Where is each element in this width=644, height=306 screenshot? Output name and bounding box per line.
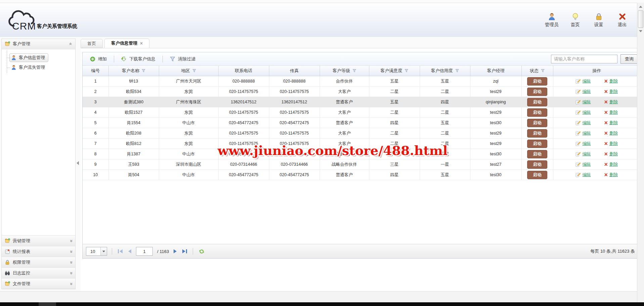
filter-icon[interactable]: [455, 69, 459, 73]
prev-page-button[interactable]: [127, 248, 132, 255]
edit-label[interactable]: 编辑: [582, 79, 591, 84]
scroll-down-icon[interactable]: [639, 30, 642, 32]
edit-label[interactable]: 编辑: [582, 120, 591, 126]
delete-link[interactable]: 删除: [604, 109, 618, 115]
edit-label[interactable]: 编辑: [582, 141, 591, 147]
vertical-scrollbar[interactable]: [637, 3, 644, 306]
status-button[interactable]: 启动: [527, 171, 547, 179]
col-header-phone[interactable]: 联系电话: [218, 66, 269, 76]
delete-link[interactable]: 删除: [604, 130, 618, 136]
status-button[interactable]: 启动: [527, 160, 547, 169]
edit-link[interactable]: 编辑: [576, 141, 591, 147]
first-page-button[interactable]: [117, 248, 124, 255]
expand-chevron-icon[interactable]: [68, 261, 73, 264]
delete-label[interactable]: 删除: [609, 99, 618, 105]
delete-link[interactable]: 删除: [604, 151, 618, 157]
delete-link[interactable]: 删除: [604, 161, 618, 167]
filter-icon[interactable]: [353, 69, 356, 73]
filter-icon[interactable]: [541, 69, 545, 73]
sidebar-panel-permissions[interactable]: 权限管理: [2, 257, 75, 267]
sidebar-panel-logs[interactable]: 日志监控: [2, 267, 75, 278]
edit-label[interactable]: 编辑: [582, 172, 591, 178]
next-page-button[interactable]: [173, 248, 178, 255]
expand-chevron-icon[interactable]: [68, 272, 73, 274]
download-button[interactable]: 下载客户信息: [119, 55, 157, 63]
sidebar-panel-marketing[interactable]: 营销管理: [2, 235, 75, 246]
table-row[interactable]: 10 肖504 中山市 020-454772475 020-454772475 …: [83, 170, 640, 180]
status-button[interactable]: 启动: [527, 88, 547, 96]
status-button[interactable]: 启动: [527, 140, 547, 148]
sidebar-item-customer-info[interactable]: 客户信息管理: [9, 53, 48, 62]
edit-link[interactable]: 编辑: [576, 120, 591, 126]
table-row[interactable]: 3 秦测试380 广州市海珠区 13620147512 13620147512 …: [83, 97, 640, 107]
delete-label[interactable]: 删除: [609, 120, 618, 126]
sidebar-panel-files[interactable]: 文件管理: [2, 278, 75, 289]
add-button[interactable]: 增加: [88, 55, 109, 63]
chevron-down-icon[interactable]: [100, 247, 107, 255]
table-row[interactable]: 5 肖1554 中山市 020-454772475 020-454772475 …: [83, 118, 640, 128]
edit-label[interactable]: 编辑: [582, 162, 591, 167]
filter-icon[interactable]: [192, 69, 196, 73]
filter-icon[interactable]: [142, 69, 145, 73]
tab-close-icon[interactable]: [140, 41, 143, 46]
page-size-select[interactable]: 10: [86, 247, 107, 256]
edit-link[interactable]: 编辑: [576, 89, 591, 95]
sidebar-collapse-handle[interactable]: [77, 161, 79, 165]
status-button[interactable]: 启动: [527, 108, 547, 117]
edit-label[interactable]: 编辑: [582, 151, 591, 157]
scrollbar-thumb[interactable]: [638, 10, 643, 28]
delete-label[interactable]: 删除: [609, 110, 618, 115]
last-page-button[interactable]: [181, 248, 188, 255]
status-button[interactable]: 启动: [527, 77, 547, 86]
edit-link[interactable]: 编辑: [576, 99, 591, 105]
status-button[interactable]: 启动: [527, 150, 547, 158]
edit-link[interactable]: 编辑: [576, 131, 591, 136]
edit-link[interactable]: 编辑: [576, 151, 591, 157]
delete-label[interactable]: 删除: [609, 79, 618, 84]
delete-link[interactable]: 删除: [604, 141, 618, 147]
col-header-status[interactable]: 状态: [521, 66, 553, 76]
col-header-customer-name[interactable]: 客户名称: [108, 66, 159, 76]
col-header-operations[interactable]: 操作: [553, 66, 640, 76]
delete-link[interactable]: 删除: [604, 120, 618, 126]
delete-label[interactable]: 删除: [609, 141, 618, 147]
delete-link[interactable]: 删除: [604, 78, 618, 84]
col-header-satisfaction[interactable]: 客户满意度: [369, 66, 420, 76]
table-row[interactable]: 1 钟13 广州市天河区 020-888888 020-888888 合作伙伴 …: [83, 76, 640, 87]
settings-button[interactable]: 设置: [591, 12, 606, 28]
scroll-up-icon[interactable]: [639, 6, 642, 8]
edit-label[interactable]: 编辑: [582, 89, 591, 95]
page-number-input[interactable]: [136, 247, 153, 256]
col-header-fax[interactable]: 传真: [269, 66, 320, 76]
sidebar-panel-customer-mgmt[interactable]: 客户管理: [2, 39, 75, 49]
edit-link[interactable]: 编辑: [576, 172, 591, 178]
delete-label[interactable]: 删除: [609, 151, 618, 157]
expand-chevron-icon[interactable]: [68, 240, 73, 242]
expand-chevron-icon[interactable]: [68, 283, 73, 285]
expand-chevron-icon[interactable]: [68, 250, 73, 253]
delete-link[interactable]: 删除: [604, 172, 618, 178]
filter-icon[interactable]: [405, 69, 408, 73]
edit-label[interactable]: 编辑: [582, 131, 591, 136]
home-button[interactable]: 首页: [567, 12, 583, 28]
search-input[interactable]: [551, 55, 617, 63]
table-row[interactable]: 2 欧阳534 东莞 020-114757575 020-114757575 大…: [83, 87, 640, 97]
table-row[interactable]: 4 欧阳1527 东莞 020-114757575 020-114757575 …: [83, 107, 640, 118]
table-row[interactable]: 6 欧阳208 东莞 020-114757575 020-114757575 大…: [83, 128, 640, 139]
status-button[interactable]: 启动: [527, 129, 547, 138]
col-header-number[interactable]: 编号: [83, 66, 108, 76]
edit-label[interactable]: 编辑: [582, 99, 591, 105]
edit-link[interactable]: 编辑: [576, 110, 591, 115]
delete-label[interactable]: 删除: [609, 172, 618, 178]
admin-button[interactable]: 管理员: [544, 12, 559, 28]
delete-link[interactable]: 删除: [604, 99, 618, 105]
edit-label[interactable]: 编辑: [582, 110, 591, 115]
refresh-button[interactable]: [198, 247, 205, 256]
collapse-chevron-icon[interactable]: [68, 43, 73, 45]
status-button[interactable]: 启动: [527, 98, 547, 106]
delete-link[interactable]: 删除: [604, 89, 618, 95]
clear-filter-button[interactable]: 清除过滤: [168, 55, 197, 63]
status-button[interactable]: 启动: [527, 119, 547, 127]
tab-home[interactable]: 首页: [81, 39, 103, 48]
delete-label[interactable]: 删除: [609, 131, 618, 136]
